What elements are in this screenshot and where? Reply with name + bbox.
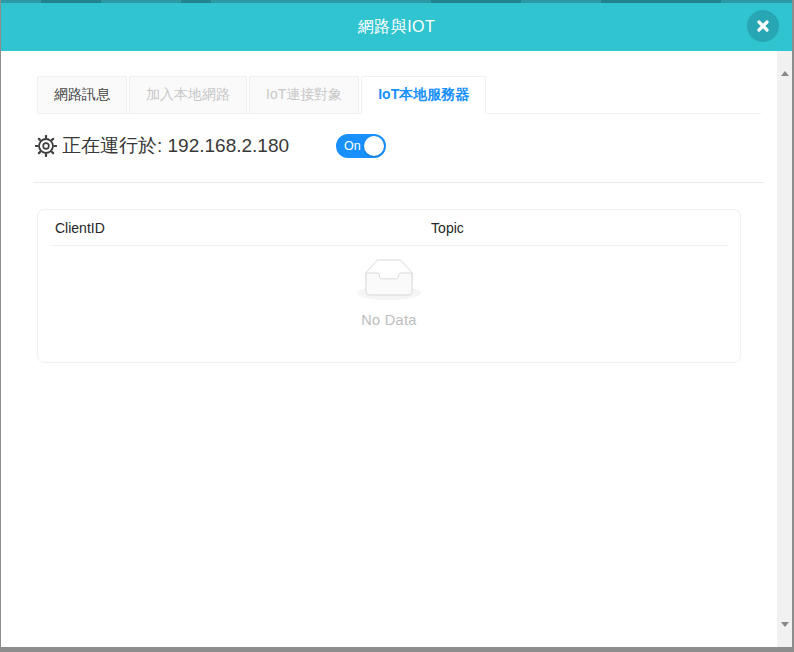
scrollbar-track[interactable] xyxy=(777,51,792,647)
modal-window: 網路與IOT 網路訊息 加入本地網路 IoT連接對象 IoT本地服務器 xyxy=(0,0,794,652)
switch-knob xyxy=(364,136,384,156)
modal-body: 網路訊息 加入本地網路 IoT連接對象 IoT本地服務器 正在運行於: 1 xyxy=(1,51,777,647)
modal-header: 網路與IOT xyxy=(1,3,792,51)
scroll-up-arrow-icon xyxy=(781,56,789,76)
tab-iot-local-server[interactable]: IoT本地服務器 xyxy=(361,76,486,114)
column-header-topic: Topic xyxy=(431,220,740,236)
scroll-up-button[interactable] xyxy=(777,56,792,71)
scroll-down-arrow-icon xyxy=(781,622,789,642)
server-toggle-switch[interactable]: On xyxy=(336,134,386,158)
scroll-down-button[interactable] xyxy=(777,627,792,642)
table-empty-state: No Data xyxy=(38,246,740,328)
tab-iot-connections[interactable]: IoT連接對象 xyxy=(249,76,359,114)
close-icon xyxy=(756,19,770,33)
switch-on-label: On xyxy=(336,140,361,153)
no-data-label: No Data xyxy=(38,312,740,328)
column-header-clientid: ClientID xyxy=(38,220,431,236)
gear-icon xyxy=(35,135,57,157)
table-header-row: ClientID Topic xyxy=(38,210,740,245)
tab-bar: 網路訊息 加入本地網路 IoT連接對象 IoT本地服務器 xyxy=(37,76,761,114)
tab-join-local-network[interactable]: 加入本地網路 xyxy=(129,76,247,114)
section-divider xyxy=(33,182,764,183)
tab-network-info[interactable]: 網路訊息 xyxy=(37,76,127,114)
empty-inbox-icon xyxy=(357,259,421,304)
server-status-row: 正在運行於: 192.168.2.180 On xyxy=(35,131,386,161)
close-button[interactable] xyxy=(747,10,779,42)
modal-title: 網路與IOT xyxy=(358,17,436,38)
server-running-text: 正在運行於: 192.168.2.180 xyxy=(62,133,289,159)
client-topic-table: ClientID Topic No xyxy=(37,209,741,363)
